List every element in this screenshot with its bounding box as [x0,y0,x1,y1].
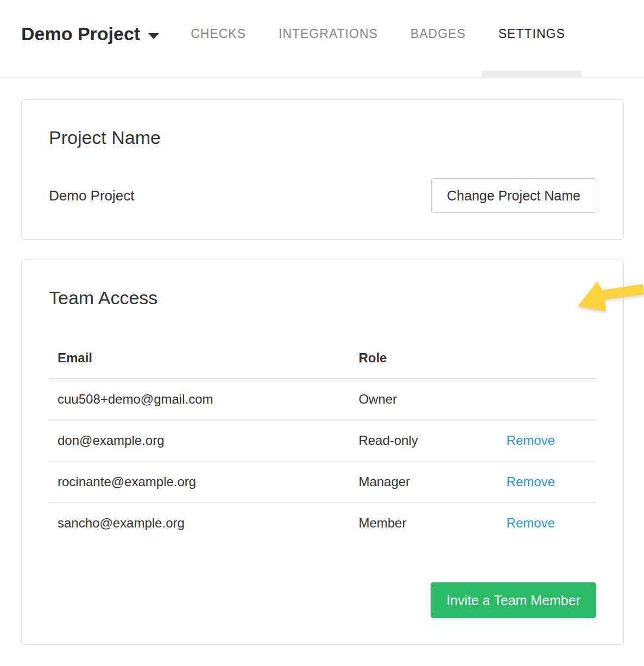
action-column-header [498,338,596,379]
project-name-card: Project Name Demo Project Change Project… [21,99,624,240]
member-email: cuu508+demo@gmail.com [49,379,350,420]
table-row: rocinante@example.org Manager Remove [49,461,596,502]
table-row: cuu508+demo@gmail.com Owner [49,379,596,420]
project-tabs: CHECKS INTEGRATIONS BADGES SETTINGS [174,0,582,77]
project-switcher-label: Demo Project [21,24,140,44]
caret-down-icon [148,33,159,39]
member-action-cell: Remove [498,461,596,502]
member-email: don@example.org [49,420,350,461]
invite-team-member-button[interactable]: Invite a Team Member [431,582,596,618]
member-action-cell: Remove [498,502,596,543]
member-role: Manager [350,461,497,502]
remove-member-link[interactable]: Remove [507,433,555,448]
invite-row: Invite a Team Member [49,582,596,618]
change-project-name-button[interactable]: Change Project Name [431,178,596,213]
member-role: Owner [350,379,497,420]
tab-badges[interactable]: BADGES [394,0,482,77]
team-access-card-title: Team Access [49,286,596,309]
member-email: sancho@example.org [49,502,350,543]
project-switcher[interactable]: Demo Project [21,24,159,44]
remove-member-link[interactable]: Remove [507,474,555,489]
table-row: sancho@example.org Member Remove [49,502,596,543]
tab-checks[interactable]: CHECKS [174,0,262,77]
project-name-row: Demo Project Change Project Name [49,178,596,213]
project-name-card-title: Project Name [49,126,596,149]
top-nav: Demo Project CHECKS INTEGRATIONS BADGES … [0,0,644,78]
remove-member-link[interactable]: Remove [507,516,555,530]
member-action-cell [498,379,596,420]
team-access-card: Team Access Email Role cuu508+demo@gmail… [21,260,624,645]
member-action-cell: Remove [498,420,596,461]
member-role: Read-only [350,420,497,461]
table-header-row: Email Role [49,338,596,379]
current-project-name: Demo Project [49,187,135,204]
member-role: Member [350,502,497,543]
role-column-header: Role [350,338,497,379]
settings-page: Project Name Demo Project Change Project… [0,78,644,645]
member-email: rocinante@example.org [49,461,350,502]
tab-integrations[interactable]: INTEGRATIONS [262,0,394,77]
table-row: don@example.org Read-only Remove [49,420,596,461]
tab-settings[interactable]: SETTINGS [482,0,582,77]
email-column-header: Email [49,338,350,379]
team-members-table: Email Role cuu508+demo@gmail.com Owner d… [49,338,596,543]
